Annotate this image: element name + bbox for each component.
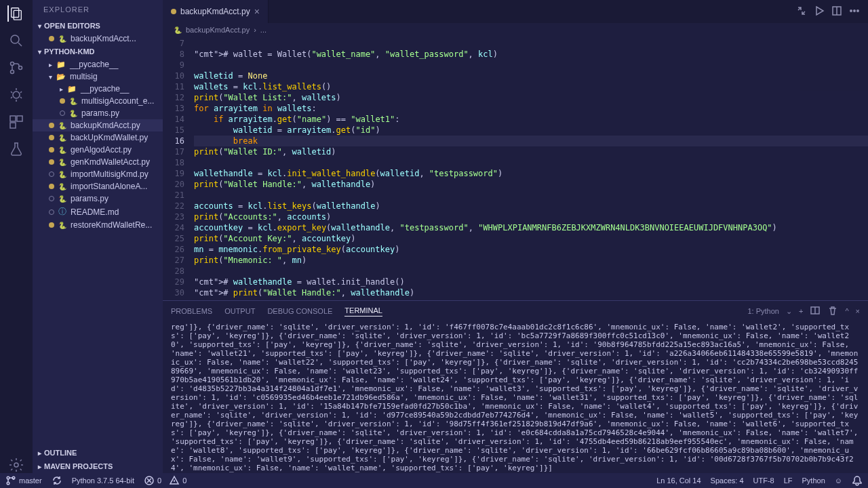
svg-point-12 — [850, 9, 852, 11]
svg-rect-8 — [17, 116, 22, 121]
settings-gear-icon[interactable] — [8, 457, 24, 473]
test-icon[interactable] — [8, 141, 24, 157]
status-feedback-icon[interactable]: ☺ — [835, 475, 842, 486]
status-notifications-icon[interactable] — [852, 475, 863, 486]
svg-rect-9 — [10, 123, 16, 128]
svg-point-5 — [19, 66, 22, 70]
sidebar-title: EXPLORER — [33, 0, 163, 19]
tab-filename: backupKmdAcct.py — [180, 7, 250, 16]
new-terminal-icon[interactable]: + — [799, 307, 803, 315]
file-import-standalone[interactable]: 🐍importStandAloneA... — [33, 180, 163, 192]
open-editors-header[interactable]: ▾OPEN EDITORS — [33, 19, 163, 33]
svg-point-16 — [7, 476, 9, 479]
svg-rect-1 — [14, 10, 21, 20]
file-restore[interactable]: 🐍restoreKmdWalletRe... — [33, 219, 163, 231]
open-editor-filename: backupKmdAcct... — [71, 34, 136, 43]
debug-icon[interactable] — [8, 87, 24, 103]
svg-point-14 — [857, 9, 859, 11]
explorer-icon[interactable] — [7, 5, 24, 22]
run-icon[interactable] — [814, 5, 825, 18]
outline-header[interactable]: ▸OUTLINE — [33, 446, 163, 460]
code-content[interactable]: "cmt"># wallet = Wallet("wallet_name", "… — [194, 37, 868, 300]
file-import-multisig[interactable]: 🐍importMultisigKmd.py — [33, 168, 163, 180]
file-gen-algod[interactable]: 🐍genAlgodAcct.py — [33, 144, 163, 156]
line-gutter: 7891011121314151617181920212223242526272… — [163, 37, 194, 300]
status-bar: master Python 3.7.5 64-bit 0 0 Ln 16, Co… — [0, 473, 868, 488]
activity-bar — [0, 0, 33, 473]
open-editor-item[interactable]: 🐍backupKmdAcct... — [33, 33, 163, 45]
tab-modified-indicator — [171, 9, 176, 14]
close-panel-icon[interactable]: × — [856, 307, 860, 315]
chevron-down-icon[interactable]: ⌄ — [786, 307, 792, 316]
kill-terminal-icon[interactable] — [827, 305, 838, 317]
svg-point-6 — [13, 92, 20, 98]
terminal-session-selector[interactable]: 1: Python — [747, 307, 778, 315]
svg-point-10 — [14, 463, 18, 467]
bottom-panel: PROBLEMS OUTPUT DEBUG CONSOLE TERMINAL 1… — [163, 300, 868, 473]
tab-close-icon[interactable]: × — [254, 6, 260, 17]
panel-tab-debug[interactable]: DEBUG CONSOLE — [267, 307, 332, 315]
maximize-panel-icon[interactable]: ^ — [845, 307, 848, 315]
status-eol[interactable]: LF — [784, 475, 793, 486]
svg-point-3 — [11, 62, 14, 66]
panel-tab-problems[interactable]: PROBLEMS — [171, 307, 212, 315]
tab-bar: backupKmdAcct.py × — [163, 0, 868, 23]
svg-rect-7 — [10, 116, 16, 121]
open-editors-label: OPEN EDITORS — [44, 22, 100, 30]
svg-point-2 — [11, 35, 19, 43]
panel-tabs: PROBLEMS OUTPUT DEBUG CONSOLE TERMINAL 1… — [163, 301, 868, 321]
status-encoding[interactable]: UTF-8 — [753, 475, 774, 486]
status-branch[interactable]: master — [5, 475, 42, 486]
status-indentation[interactable]: Spaces: 4 — [711, 475, 744, 486]
compare-changes-icon[interactable] — [796, 5, 807, 18]
panel-tab-output[interactable]: OUTPUT — [224, 307, 255, 315]
project-root-header[interactable]: ▾PYTHON-KMD — [33, 45, 163, 58]
terminal-output[interactable]: reg']}, {'driver_name': 'sqlite', 'drive… — [163, 321, 868, 473]
svg-point-13 — [854, 9, 855, 11]
split-terminal-icon[interactable] — [810, 305, 821, 317]
status-line-col[interactable]: Ln 16, Col 14 — [656, 475, 701, 486]
file-readme[interactable]: ⓘREADME.md — [33, 205, 163, 219]
file-multisig-params[interactable]: 🐍params.py — [33, 107, 163, 119]
folder-pycache[interactable]: ▸📁__pycache__ — [33, 58, 163, 70]
code-editor[interactable]: 7891011121314151617181920212223242526272… — [163, 37, 868, 300]
panel-tab-terminal[interactable]: TERMINAL — [344, 306, 382, 317]
svg-rect-0 — [12, 8, 19, 18]
file-gen-kmd-wallet[interactable]: 🐍genKmdWalletAcct.py — [33, 156, 163, 168]
sidebar: EXPLORER ▾OPEN EDITORS 🐍backupKmdAcct...… — [33, 0, 163, 473]
folder-multisig-pycache[interactable]: ▸📁__pycache__ — [33, 83, 163, 95]
svg-point-4 — [11, 70, 14, 74]
svg-point-17 — [7, 482, 9, 485]
file-params[interactable]: 🐍params.py — [33, 192, 163, 205]
breadcrumb[interactable]: 🐍 backupKmdAcct.py › ... — [163, 23, 868, 37]
status-language[interactable]: Python — [802, 475, 825, 486]
editor-area: backupKmdAcct.py × 🐍 backupKmdAcct.py › … — [163, 0, 868, 473]
split-editor-icon[interactable] — [831, 5, 842, 18]
status-python-version[interactable]: Python 3.7.5 64-bit — [72, 476, 134, 485]
folder-multisig[interactable]: ▾📂multisig — [33, 70, 163, 83]
status-problems[interactable]: 0 0 — [144, 475, 186, 486]
file-backup-acct[interactable]: 🐍backupKmdAcct.py — [33, 119, 163, 131]
tab-backup-acct[interactable]: backupKmdAcct.py × — [163, 0, 269, 23]
file-backup-wallet[interactable]: 🐍backUpKmdWallet.py — [33, 131, 163, 144]
status-sync[interactable] — [52, 475, 62, 486]
file-multisig-account[interactable]: 🐍multisigAccount_e... — [33, 95, 163, 107]
search-icon[interactable] — [8, 33, 24, 49]
extensions-icon[interactable] — [8, 114, 24, 130]
source-control-icon[interactable] — [8, 60, 24, 76]
maven-header[interactable]: ▸MAVEN PROJECTS — [33, 460, 163, 473]
more-actions-icon[interactable] — [849, 5, 860, 18]
project-root-label: PYTHON-KMD — [44, 47, 95, 56]
